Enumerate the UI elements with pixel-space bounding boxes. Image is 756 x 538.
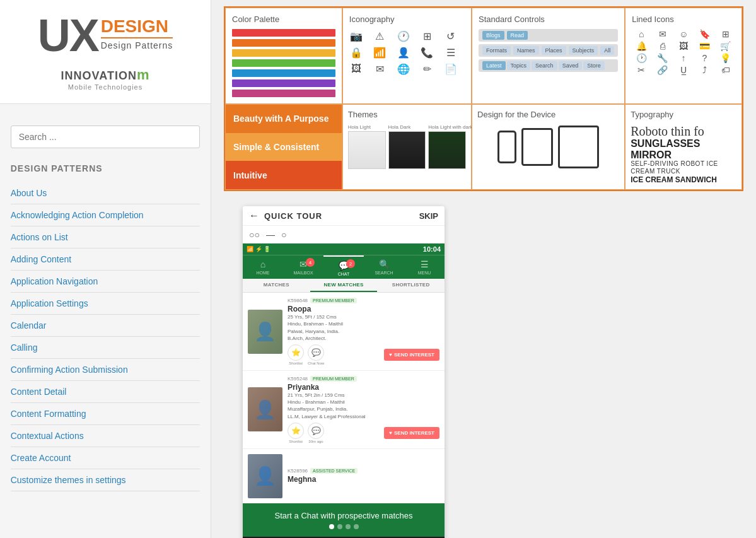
back-arrow-icon[interactable]: ← <box>249 210 259 221</box>
cta-dot-3 <box>354 524 359 529</box>
ctrl-topics: Topics <box>507 61 531 70</box>
tab-home[interactable]: ⌂ HOME <box>243 255 283 279</box>
device-phone <box>497 131 516 163</box>
bulb-icon: 💡 <box>716 53 735 63</box>
profile-badge-1: PREMIUM MEMBER <box>310 376 357 382</box>
list-item: Contextual Actions <box>11 425 201 447</box>
matches-tabs: MATCHES NEW MATCHES SHORTLISTED <box>243 279 445 293</box>
cart-icon: 🛒 <box>716 41 735 51</box>
lined-icons-title: Lined Icons <box>632 15 735 24</box>
dash-icon: — <box>266 230 275 240</box>
nav-link[interactable]: Contextual Actions <box>11 425 201 447</box>
color-palette-title: Color Palette <box>232 15 335 24</box>
matches-tab-1[interactable]: NEW MATCHES <box>310 279 378 292</box>
profile-badge-2: ASSISTED SERVICE <box>310 468 358 474</box>
list-item: Confirming Action Submission <box>11 359 201 381</box>
grid-icon: ⊞ <box>420 29 434 43</box>
color-bars <box>232 29 335 97</box>
clock-icon: 🕐 <box>397 29 410 43</box>
search-input[interactable] <box>11 126 201 148</box>
star-icon-1: ⭐ <box>288 423 304 439</box>
nav-link[interactable]: Content Formatting <box>11 403 201 424</box>
theme-dark-action-label: Hola Light with dark action bar <box>428 124 466 130</box>
star-icon-0: ⭐ <box>288 344 304 361</box>
top-grid: Color Palette Iconography 📷 ⚠ 🕐 ⊞ ↺ 🔒 <box>224 6 743 191</box>
chat-btn-0[interactable]: 💬 Chat Now <box>308 344 324 365</box>
profile-id-row-2: K528596 ASSISTED SERVICE <box>288 468 439 474</box>
tab-menu[interactable]: ☰ MENU <box>404 255 445 279</box>
send-interest-label-1: SEND INTEREST <box>394 430 434 436</box>
beauty-btn-1[interactable]: Beauty with A Purpose <box>226 105 342 133</box>
controls-bar-1: Blogs Read <box>479 29 618 42</box>
send-interest-btn-1[interactable]: ♥ SEND INTEREST <box>384 427 439 439</box>
innovation-label: INNOVATION <box>61 69 137 82</box>
logo-ux-text: UX <box>38 13 98 58</box>
profile-card-2: 👤 K528596 ASSISTED SERVICE Meghna <box>243 449 445 503</box>
home-tab-label: HOME <box>257 271 270 275</box>
phone-frame: ← QUICK TOUR SKIP ○○ — ○ 📶 ⚡ 🔋 10:04 <box>243 206 445 538</box>
profile-info-0: K598648 PREMIUM MEMBER Roopa 25 Yrs, 5Ft… <box>288 298 439 365</box>
profile-card-0: 👤 K598648 PREMIUM MEMBER Roopa 25 Yrs, 5… <box>243 293 445 371</box>
ctrl-store: Store <box>583 61 605 70</box>
beauty-btn-3[interactable]: Intuitive <box>226 161 342 189</box>
mailbox-badge: 4 <box>306 258 315 267</box>
device-tablet-lg <box>558 126 599 168</box>
send-interest-btn-0[interactable]: ♥ SEND INTEREST <box>384 349 439 361</box>
logo-design-block: DESIGN Design Patterns <box>101 18 173 50</box>
typo-line-4: ICE CREAM SANDWICH <box>631 175 736 184</box>
refresh-icon: ↺ <box>444 29 458 43</box>
tab-search[interactable]: 🔍 SEARCH <box>364 255 404 279</box>
color-bar-1 <box>232 29 335 37</box>
nav-link[interactable]: Calendar <box>11 315 201 336</box>
nav-link[interactable]: Actions on List <box>11 226 201 248</box>
list-item: Application Navigation <box>11 271 201 293</box>
nav-link[interactable]: Create Account <box>11 447 201 469</box>
chat-btn-1[interactable]: 💬 30m ago <box>308 423 324 443</box>
tab-mailbox[interactable]: ✉ MAILBOX 4 <box>283 255 323 279</box>
cta-dot-1 <box>337 524 342 529</box>
skip-label[interactable]: SKIP <box>419 211 438 221</box>
device-tablet-sm <box>521 128 553 166</box>
globe-icon: 🌐 <box>397 62 410 76</box>
nav-link[interactable]: About Us <box>11 182 201 204</box>
quick-tour-label: QUICK TOUR <box>264 211 322 221</box>
theme-dark-label: Hola Dark <box>388 124 426 130</box>
nav-link[interactable]: Confirming Action Submission <box>11 359 201 380</box>
quick-tour-nav: ← QUICK TOUR <box>249 210 322 221</box>
lined-icon-grid: ⌂ ✉ ☺ 🔖 ⊞ 🔔 ⎙ 🖼 💳 🛒 🕐 🔧 ↑ ? 💡 ✂ 🔗 U̲ ⤴ <box>632 29 735 75</box>
beauty-cell: Beauty with A Purpose Simple & Consisten… <box>225 104 342 190</box>
nav-link[interactable]: Customize themes in settings <box>11 469 201 491</box>
beauty-btn-2[interactable]: Simple & Consistent <box>226 133 342 161</box>
list-item: Application Settings <box>11 293 201 315</box>
standard-controls-title: Standard Controls <box>479 15 618 24</box>
matches-tab-0[interactable]: MATCHES <box>243 279 310 292</box>
tab-chat[interactable]: 💬 CHAT 2 <box>323 255 364 279</box>
nav-link[interactable]: Application Settings <box>11 293 201 314</box>
ctrl-latest: Latest <box>482 61 506 70</box>
shortlist-btn-1[interactable]: ⭐ Shortlist <box>288 423 304 443</box>
ctrl-places: Places <box>542 46 566 55</box>
chat-tab-label: CHAT <box>338 272 350 276</box>
status-icons: 📶 ⚡ 🔋 <box>247 246 270 252</box>
profile-info-2: K528596 ASSISTED SERVICE Meghna <box>288 468 439 484</box>
nav-link[interactable]: Application Navigation <box>11 271 201 292</box>
shortlist-btn-0[interactable]: ⭐ Shortlist <box>288 344 304 365</box>
profile-id-row-0: K598648 PREMIUM MEMBER <box>288 298 439 303</box>
themes-previews: Hola Light Hola Dark Hola Light with dar… <box>348 124 466 169</box>
iconography-title: Iconography <box>349 15 465 24</box>
nav-link[interactable]: Adding Content <box>11 249 201 270</box>
typo-line-3: Self-driving robot ice cream truck <box>631 160 736 175</box>
document-icon: 📄 <box>444 62 458 76</box>
nav-link[interactable]: Calling <box>11 337 201 358</box>
list-item: Content Detail <box>11 381 201 403</box>
profile-info-1: K595248 PREMIUM MEMBER Priyanka 21 Yrs, … <box>288 376 439 443</box>
phone-status-bar: 📶 ⚡ 🔋 10:04 <box>243 243 445 255</box>
matches-tab-2[interactable]: SHORTLISTED <box>377 279 445 292</box>
status-time: 10:04 <box>423 245 441 253</box>
list-icon: ☰ <box>444 45 458 59</box>
creditcard-icon: 💳 <box>695 41 714 51</box>
nav-link[interactable]: Acknowledging Action Completion <box>11 204 201 226</box>
logo-ux: UX DESIGN Design Patterns <box>38 13 173 58</box>
nav-link[interactable]: Content Detail <box>11 381 201 402</box>
logo-innovation: INNOVATIONm Mobile Technologies <box>61 67 150 91</box>
